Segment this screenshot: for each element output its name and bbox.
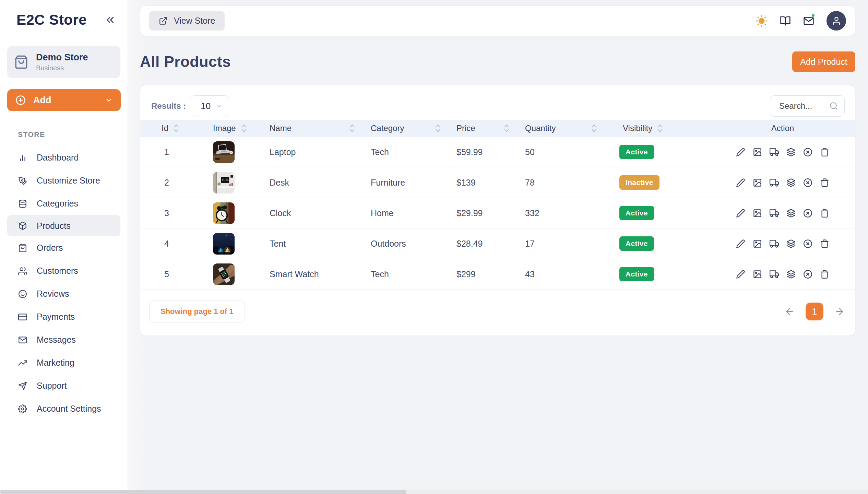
product-thumbnail-smart-watch[interactable] bbox=[213, 263, 235, 285]
sort-icon[interactable] bbox=[173, 123, 179, 133]
edit-icon[interactable] bbox=[736, 178, 745, 187]
sidebar-item-customers[interactable]: Customers bbox=[0, 259, 120, 282]
sidebar-item-label: Marketing bbox=[37, 358, 74, 368]
previous-page-button[interactable] bbox=[784, 306, 795, 317]
sort-icon[interactable] bbox=[241, 123, 247, 133]
product-thumbnail-tent[interactable] bbox=[213, 233, 235, 255]
next-page-button[interactable] bbox=[834, 306, 845, 317]
image-icon[interactable] bbox=[753, 239, 762, 248]
sidebar-item-support[interactable]: Support bbox=[0, 374, 120, 397]
theme-toggle-button[interactable] bbox=[756, 15, 768, 27]
sort-icon[interactable] bbox=[591, 123, 597, 133]
add-button[interactable]: Add bbox=[7, 89, 121, 111]
image-icon[interactable] bbox=[753, 270, 762, 279]
sort-icon[interactable] bbox=[435, 123, 441, 133]
x-circle-icon[interactable] bbox=[803, 178, 812, 187]
edit-icon[interactable] bbox=[736, 148, 745, 157]
sort-icon[interactable] bbox=[657, 123, 663, 133]
add-product-button[interactable]: Add Product bbox=[792, 51, 855, 72]
sidebar-item-label: Customize Store bbox=[37, 176, 100, 186]
svg-text:13:09: 13:09 bbox=[222, 179, 228, 181]
view-store-button[interactable]: View Store bbox=[149, 11, 225, 31]
sidebar-item-customize-store[interactable]: Customize Store bbox=[0, 169, 120, 192]
table-row[interactable]: 2 13:09 Desk Furniture $139 78 Inactive bbox=[140, 167, 855, 198]
truck-icon[interactable] bbox=[770, 239, 779, 248]
table-row[interactable]: 5 Smart Watch Tech $299 43 Active bbox=[140, 259, 855, 290]
sidebar-item-label: Categories bbox=[37, 199, 78, 209]
sidebar-item-label: Payments bbox=[37, 312, 75, 322]
plus-circle-icon bbox=[15, 95, 26, 105]
topbar: View Store bbox=[140, 5, 855, 36]
image-icon[interactable] bbox=[753, 148, 762, 157]
sidebar-item-account-settings[interactable]: Account Settings bbox=[0, 397, 120, 420]
layers-icon[interactable] bbox=[786, 209, 796, 218]
trash-icon[interactable] bbox=[820, 178, 829, 187]
gear-icon bbox=[18, 404, 27, 413]
view-store-label: View Store bbox=[174, 16, 215, 26]
product-thumbnail-clock[interactable] bbox=[213, 202, 235, 224]
sidebar-item-orders[interactable]: Orders bbox=[0, 236, 120, 259]
current-page-button[interactable]: 1 bbox=[806, 303, 823, 320]
layers-icon[interactable] bbox=[786, 270, 796, 279]
visibility-badge[interactable]: Inactive bbox=[619, 175, 659, 190]
x-circle-icon[interactable] bbox=[803, 270, 812, 279]
sort-icon[interactable] bbox=[349, 123, 355, 133]
truck-icon[interactable] bbox=[770, 209, 779, 218]
x-circle-icon[interactable] bbox=[803, 148, 812, 157]
account-menu-button[interactable] bbox=[827, 11, 846, 31]
layers-icon[interactable] bbox=[786, 239, 796, 248]
trash-icon[interactable] bbox=[820, 148, 829, 157]
trash-icon[interactable] bbox=[820, 209, 829, 218]
sidebar-item-categories[interactable]: Categories bbox=[0, 192, 120, 215]
pen-tool-icon bbox=[18, 176, 27, 185]
visibility-badge[interactable]: Active bbox=[619, 206, 654, 220]
results-per-page-value: 10 bbox=[201, 101, 211, 111]
showing-page-indicator[interactable]: Showing page 1 of 1 bbox=[149, 301, 245, 322]
add-button-label: Add bbox=[33, 95, 97, 106]
sidebar-collapse-button[interactable] bbox=[103, 13, 117, 27]
table-row[interactable]: 3 Clock Home $29.99 332 Active bbox=[140, 198, 855, 228]
layers-icon[interactable] bbox=[786, 178, 796, 187]
image-icon[interactable] bbox=[753, 178, 762, 187]
sidebar-item-products[interactable]: Products bbox=[7, 215, 120, 236]
cell-id: 1 bbox=[140, 147, 206, 157]
product-thumbnail-laptop[interactable] bbox=[213, 141, 235, 163]
x-circle-icon[interactable] bbox=[803, 239, 812, 248]
edit-icon[interactable] bbox=[736, 209, 745, 218]
sidebar-item-label: Support bbox=[37, 381, 67, 391]
truck-icon[interactable] bbox=[770, 148, 779, 157]
sidebar-item-reviews[interactable]: Reviews bbox=[0, 282, 120, 305]
sidebar-item-payments[interactable]: Payments bbox=[0, 305, 120, 328]
sidebar: E2C Store Demo Store Business Add STORE … bbox=[0, 0, 128, 494]
sidebar-item-dashboard[interactable]: Dashboard bbox=[0, 146, 120, 169]
cell-quantity: 50 bbox=[520, 147, 614, 157]
product-thumbnail-desk[interactable]: 13:09 bbox=[213, 172, 235, 193]
visibility-badge[interactable]: Active bbox=[619, 236, 654, 251]
truck-icon[interactable] bbox=[770, 178, 779, 187]
scrollbar-thumb[interactable] bbox=[0, 490, 406, 494]
trash-icon[interactable] bbox=[820, 270, 829, 279]
edit-icon[interactable] bbox=[736, 239, 745, 248]
visibility-badge[interactable]: Active bbox=[619, 145, 654, 159]
table-row[interactable]: 1 Laptop Tech $59.99 50 Active bbox=[140, 137, 855, 167]
horizontal-scrollbar[interactable] bbox=[0, 490, 868, 494]
image-icon[interactable] bbox=[753, 209, 762, 218]
sort-icon[interactable] bbox=[503, 123, 510, 133]
sidebar-item-messages[interactable]: Messages bbox=[0, 328, 120, 351]
visibility-badge[interactable]: Active bbox=[619, 267, 654, 281]
x-circle-icon[interactable] bbox=[803, 209, 812, 218]
results-per-page-select[interactable]: 10 bbox=[191, 95, 229, 117]
sidebar-item-marketing[interactable]: Marketing bbox=[0, 351, 120, 374]
search-input[interactable] bbox=[779, 101, 824, 111]
truck-icon[interactable] bbox=[770, 270, 779, 279]
layers-icon[interactable] bbox=[786, 148, 796, 157]
edit-icon[interactable] bbox=[736, 270, 745, 279]
chevron-down-icon bbox=[216, 103, 223, 109]
trash-icon[interactable] bbox=[820, 239, 829, 248]
table-row[interactable]: 4 Tent Outdoors $28.49 17 Active bbox=[140, 228, 855, 259]
package-icon bbox=[18, 221, 27, 230]
search-icon[interactable] bbox=[829, 102, 838, 110]
docs-button[interactable] bbox=[780, 15, 791, 26]
store-selector[interactable]: Demo Store Business bbox=[7, 46, 120, 78]
messages-button[interactable] bbox=[803, 15, 814, 26]
